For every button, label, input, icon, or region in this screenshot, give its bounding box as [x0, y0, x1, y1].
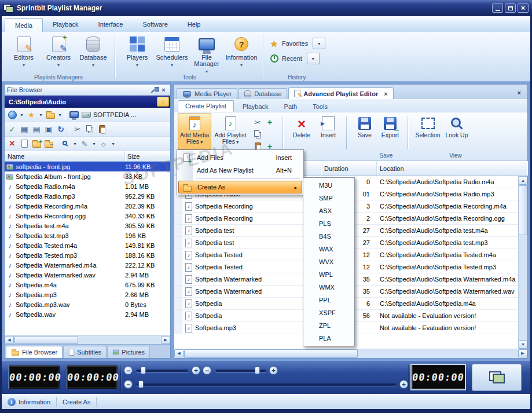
tab-subtitles[interactable]: Subtitles	[63, 346, 107, 358]
column-header-size[interactable]: Size	[125, 153, 170, 160]
submenu-item-ppl[interactable]: PPL	[304, 294, 353, 306]
submenu-item-pls[interactable]: PLS	[304, 217, 353, 230]
menu-tab-software[interactable]: Software	[133, 16, 177, 32]
schedulers-button[interactable]: Schedulers	[155, 34, 189, 68]
file-row[interactable]: Softpedia Radio.m4a1.01 MB	[5, 181, 170, 191]
column-header-location[interactable]: Location	[377, 161, 527, 176]
playlist-vscrollbar[interactable]: ▲ ▼	[518, 176, 527, 349]
save-button[interactable]: Save	[352, 114, 377, 149]
information-button[interactable]: Information	[224, 34, 259, 68]
export-button[interactable]: Export	[377, 114, 403, 149]
database-button[interactable]: Database	[76, 34, 111, 68]
submenu-item-smp[interactable]: SMP	[304, 192, 353, 204]
players-button[interactable]: Players	[120, 34, 155, 68]
options-dropdown[interactable]	[110, 138, 116, 149]
submenu-item-zpl[interactable]: ZPL	[304, 319, 353, 332]
increase-button-2[interactable]	[269, 366, 278, 375]
file-row[interactable]: Softpedia Radio.mp3952.29 KB	[5, 191, 170, 201]
scroll-thumb[interactable]	[14, 336, 78, 344]
copy-button[interactable]	[84, 123, 96, 135]
decrease-button-2[interactable]	[203, 366, 211, 375]
network-button[interactable]	[6, 109, 18, 120]
menu-item-add-files[interactable]: Add Files Insert	[178, 151, 302, 164]
scroll-down-icon[interactable]: ▼	[519, 340, 527, 349]
slider-thumb[interactable]	[141, 367, 146, 374]
slider-2[interactable]	[215, 370, 266, 372]
copy-button[interactable]	[252, 129, 263, 140]
recent-dropdown-button[interactable]	[307, 53, 320, 64]
drive-selector[interactable]: SOFTPEDIA ...	[80, 111, 168, 118]
increase-button-1[interactable]	[192, 366, 200, 375]
computer-button[interactable]	[68, 109, 80, 120]
scroll-right-icon[interactable]: ▶	[161, 336, 170, 344]
close-document-icon[interactable]	[513, 89, 525, 96]
minimize-button[interactable]	[492, 3, 503, 13]
favorite-places-button[interactable]	[25, 109, 37, 120]
tab-advanced-playlist-editor[interactable]: Advanced Playlist Editor	[288, 87, 393, 99]
decrease-button-3[interactable]	[124, 380, 133, 389]
delete-file-button[interactable]	[6, 138, 18, 149]
rename-button[interactable]	[19, 138, 30, 149]
new-folder-button[interactable]	[31, 138, 42, 149]
slider-thumb[interactable]	[255, 367, 260, 374]
search-dropdown[interactable]	[72, 138, 78, 149]
maximize-button[interactable]	[505, 3, 516, 13]
look-up-button[interactable]: Look Up	[442, 114, 471, 149]
increase-button-3[interactable]	[399, 380, 408, 389]
add-media-files-button[interactable]: Add Media Files	[178, 114, 211, 149]
scroll-up-icon[interactable]: ▲	[519, 176, 527, 185]
creators-button[interactable]: Creators	[41, 34, 76, 68]
editors-button[interactable]: Editors	[6, 34, 41, 68]
file-row[interactable]: Softpedia Recording.ogg340.33 KB	[5, 211, 170, 221]
close-button[interactable]	[518, 3, 529, 13]
search-button[interactable]	[60, 138, 71, 149]
submenu-item-m3u[interactable]: M3U	[304, 179, 353, 192]
submenu-item-asx[interactable]: ASX	[304, 204, 353, 217]
add-row-button[interactable]	[264, 116, 276, 128]
tab-media-player[interactable]: Media Player	[177, 88, 237, 99]
submenu-item-xspf[interactable]: XSPF	[304, 306, 353, 319]
decrease-button-1[interactable]	[124, 366, 133, 375]
list-view-button[interactable]	[31, 123, 42, 135]
seek-slider[interactable]	[136, 383, 397, 386]
scroll-right-icon[interactable]: ▶	[518, 349, 527, 357]
file-row[interactable]: Softpedia test.mp3196 KB	[5, 231, 170, 240]
file-row[interactable]: Softpedia.mp3.wav0 Bytes	[5, 299, 170, 309]
paste-button[interactable]	[96, 123, 108, 135]
file-row[interactable]: Softpedia test.m4a305.59 KB	[5, 221, 170, 231]
close-panel-icon[interactable]	[159, 86, 168, 94]
tab-pictures[interactable]: Pictures	[107, 346, 150, 358]
file-list-hscrollbar[interactable]: ◀ ▶	[5, 335, 170, 344]
pin-icon[interactable]	[151, 86, 159, 94]
file-row[interactable]: Softpedia Tested.mp3188.16 KB	[5, 250, 170, 260]
scroll-left-icon[interactable]: ◀	[174, 349, 184, 357]
tab-create-playlist[interactable]: Create Playlist	[178, 100, 234, 112]
submenu-item-wvx[interactable]: WVX	[304, 255, 353, 268]
tools-dropdown[interactable]	[91, 138, 97, 149]
folder-up-button[interactable]	[157, 97, 169, 107]
file-row[interactable]: Softpedia.wav2.94 MB	[5, 309, 170, 319]
submenu-item-wmx[interactable]: WMX	[304, 281, 353, 294]
file-manager-button[interactable]: File Manager	[189, 34, 224, 74]
tab-tools[interactable]: Tools	[306, 101, 335, 112]
submenu-item-wpl[interactable]: WPL	[304, 268, 353, 281]
details-view-button[interactable]	[19, 123, 30, 135]
refresh-button[interactable]	[55, 123, 67, 135]
submenu-item-pla[interactable]: PLA	[304, 332, 353, 345]
column-header-name[interactable]: Name	[5, 151, 125, 161]
file-row[interactable]: Softpedia.mp32.66 MB	[5, 290, 170, 299]
export-folder-button[interactable]	[43, 138, 54, 149]
favorite-places-dropdown[interactable]	[38, 109, 44, 120]
tab-file-browser[interactable]: File Browser	[6, 346, 63, 358]
folders-button[interactable]	[45, 109, 56, 120]
insert-button[interactable]: Insert	[315, 114, 342, 149]
tab-path[interactable]: Path	[277, 101, 304, 112]
file-row[interactable]: Softpedia Watermarked.wav2.94 MB	[5, 270, 170, 280]
icons-view-button[interactable]	[43, 123, 54, 135]
apply-button[interactable]	[6, 123, 18, 135]
menu-tab-interface[interactable]: Interface	[89, 16, 133, 32]
selection-button[interactable]: Selection	[413, 114, 442, 149]
add-playlist-files-button[interactable]: Add Playlist Files	[211, 114, 250, 149]
menu-tab-media[interactable]: Media	[5, 18, 43, 32]
column-header-duration[interactable]: Duration	[321, 161, 377, 176]
